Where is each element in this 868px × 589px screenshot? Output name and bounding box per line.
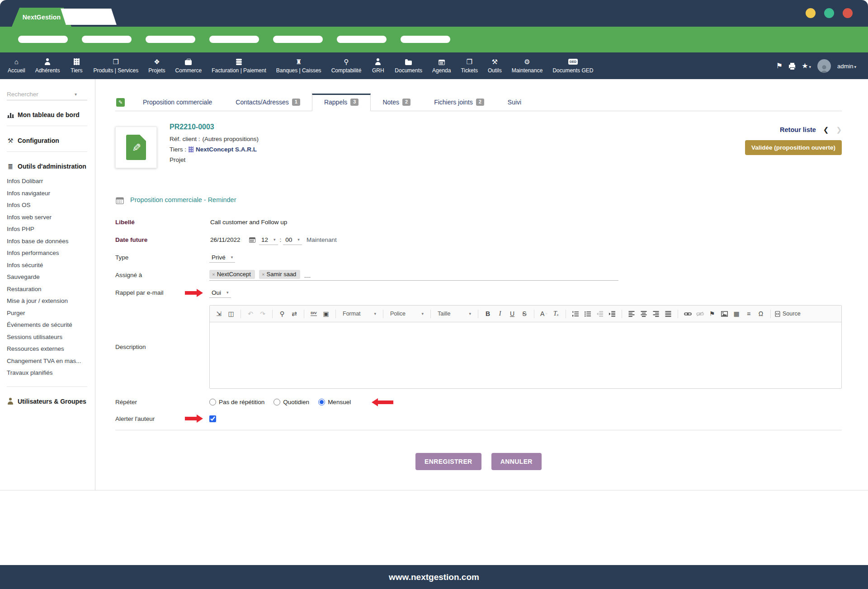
bullet-list-icon[interactable] xyxy=(582,309,593,319)
align-right-icon[interactable] xyxy=(651,309,661,319)
anchor-flag-icon[interactable]: ⚑ xyxy=(707,309,717,319)
libelle-input[interactable] xyxy=(209,217,719,227)
sidebar-item-restauration[interactable]: Restauration xyxy=(7,283,90,296)
font-dropdown[interactable]: Police▾ xyxy=(387,310,426,318)
radio-input[interactable] xyxy=(209,399,216,405)
link-icon[interactable] xyxy=(682,309,693,319)
preview-icon[interactable]: ◫ xyxy=(226,309,236,319)
strikethrough-icon[interactable]: S xyxy=(519,309,530,319)
nav-outils[interactable]: ⚒ Outils xyxy=(483,52,507,79)
assignee-input[interactable] xyxy=(304,277,311,278)
sidebar-item-configuration[interactable]: ⚒ Configuration xyxy=(7,137,90,144)
save-button[interactable]: ENREGISTRER xyxy=(415,453,481,470)
special-char-icon[interactable]: Ω xyxy=(755,309,766,319)
nav-tiers[interactable]: Tiers xyxy=(65,52,88,79)
radio-pas-de-repetition[interactable]: Pas de répétition xyxy=(209,399,264,405)
date-input[interactable] xyxy=(209,235,246,245)
radio-input[interactable] xyxy=(274,399,280,405)
email-reminder-select[interactable]: Oui▾ xyxy=(209,288,231,298)
format-dropdown[interactable]: Format▾ xyxy=(340,310,379,318)
radio-mensuel[interactable]: Mensuel xyxy=(318,399,351,405)
sidebar-item-mise-a-jour[interactable]: Mise à jour / extension xyxy=(7,295,90,307)
radio-input[interactable] xyxy=(318,399,325,405)
sidebar-item-sauvegarde[interactable]: Sauvegarde xyxy=(7,271,90,283)
nav-documents[interactable]: Documents xyxy=(390,52,427,79)
flag-icon[interactable]: ⚑ xyxy=(776,61,783,70)
indent-icon[interactable] xyxy=(607,309,618,319)
sidebar-item-dashboard[interactable]: Mon tableau de bord xyxy=(7,111,90,118)
nav-accueil[interactable]: ⌂ Accueil xyxy=(3,52,30,79)
minute-select[interactable]: 00▾ xyxy=(283,235,302,245)
sidebar-item-infos-performances[interactable]: Infos performances xyxy=(7,247,90,259)
nav-tickets[interactable]: ❐ Tickets xyxy=(456,52,483,79)
nav-projets[interactable]: ❖ Projets xyxy=(143,52,170,79)
replace-icon[interactable]: ⇄ xyxy=(289,309,300,319)
back-to-list-link[interactable]: Retour liste xyxy=(780,126,816,133)
justify-icon[interactable] xyxy=(663,309,674,319)
tab-suivi[interactable]: Suivi xyxy=(496,94,533,111)
previous-record-button[interactable]: ❮ xyxy=(823,126,829,134)
image-icon[interactable] xyxy=(719,309,730,319)
sidebar-item-users-groups[interactable]: Utilisateurs & Groupes xyxy=(7,398,90,405)
nav-comptabilite[interactable]: ⚲ Comptabilité xyxy=(326,52,367,79)
align-center-icon[interactable] xyxy=(638,309,649,319)
cancel-button[interactable]: ANNULER xyxy=(491,453,542,470)
sidebar-item-infos-dolibarr[interactable]: Infos Dolibarr xyxy=(7,175,90,188)
tiers-link[interactable]: NextConcept S.A.R.L xyxy=(196,144,257,155)
find-icon[interactable]: ⚲ xyxy=(277,309,288,319)
nav-maintenance[interactable]: ⚙ Maintenance xyxy=(507,52,548,79)
nav-documents-ged[interactable]: GED Documents GED xyxy=(547,52,598,79)
sidebar-item-infos-securite[interactable]: Infos sécurité xyxy=(7,259,90,272)
now-link[interactable]: Maintenant xyxy=(307,236,337,243)
tab-contacts-adresses[interactable]: Contacts/Adresses1 xyxy=(224,94,312,111)
maximize-button[interactable] xyxy=(824,8,834,18)
tab-notes[interactable]: Notes2 xyxy=(371,94,422,111)
minimize-button[interactable] xyxy=(806,8,816,18)
sidebar-item-infos-bdd[interactable]: Infos base de données xyxy=(7,236,90,248)
align-left-icon[interactable] xyxy=(626,309,637,319)
sidebar-item-infos-php[interactable]: Infos PHP xyxy=(7,223,90,236)
remove-tag-icon[interactable]: × xyxy=(212,272,215,277)
sidebar-item-travaux-planifies[interactable]: Travaux planifiés xyxy=(7,367,90,379)
sidebar-item-evenements-securite[interactable]: Événements de sécurité xyxy=(7,319,90,331)
sidebar-item-infos-web-server[interactable]: Infos web server xyxy=(7,212,90,224)
show-blocks-icon[interactable]: ▣ xyxy=(321,309,331,319)
chevron-down-icon[interactable]: ▾ xyxy=(75,92,77,97)
document-ref[interactable]: PR2210-0003 xyxy=(170,123,259,131)
nav-adherents[interactable]: Adhérents xyxy=(30,52,65,79)
nav-produits-services[interactable]: ❒ Produits | Services xyxy=(88,52,143,79)
sidebar-item-changement-tva[interactable]: Changement TVA en mas... xyxy=(7,355,90,368)
table-icon[interactable]: ▦ xyxy=(731,309,742,319)
sidebar-item-infos-os[interactable]: Infos OS xyxy=(7,199,90,212)
nav-agenda[interactable]: Agenda xyxy=(427,52,456,79)
description-textarea[interactable] xyxy=(210,322,841,388)
sidebar-item-purger[interactable]: Purger xyxy=(7,307,90,320)
tab-proposition-commerciale[interactable]: Proposition commerciale xyxy=(131,94,224,111)
assignee-tags[interactable]: ×NextConcept ×Samir saad xyxy=(209,270,618,281)
avatar[interactable] xyxy=(817,59,831,73)
radio-quotidien[interactable]: Quotidien xyxy=(274,399,309,405)
sidebar-item-infos-navigateur[interactable]: Infos navigateur xyxy=(7,188,90,200)
bold-icon[interactable]: B xyxy=(482,309,493,319)
create-div-icon[interactable]: DIV xyxy=(308,309,319,319)
underline-icon[interactable]: U xyxy=(507,309,518,319)
user-menu[interactable]: admin▾ xyxy=(837,62,856,70)
nav-banques[interactable]: ♜ Banques | Caisses xyxy=(271,52,326,79)
size-dropdown[interactable]: Taille▾ xyxy=(435,310,474,318)
search-input[interactable] xyxy=(7,91,75,98)
sidebar-item-ressources-externes[interactable]: Ressources externes xyxy=(7,343,90,355)
sidebar-item-admin-tools[interactable]: ≣ Outils d'administration xyxy=(7,163,90,170)
source-button[interactable]: Source xyxy=(775,311,801,317)
hour-select[interactable]: 12▾ xyxy=(259,235,278,245)
nav-commerce[interactable]: Commerce xyxy=(170,52,207,79)
text-color-icon[interactable]: A▾ xyxy=(538,309,549,319)
nav-grh[interactable]: GRH xyxy=(366,52,390,79)
bookmark-star-button[interactable]: ★▾ xyxy=(802,61,811,70)
nav-facturation[interactable]: Facturation | Paiement xyxy=(207,52,271,79)
tab-rappels[interactable]: Rappels3 xyxy=(312,94,371,111)
remove-format-icon[interactable]: Tₓ xyxy=(551,309,561,319)
italic-icon[interactable]: I xyxy=(495,309,505,319)
close-button[interactable] xyxy=(843,8,853,18)
type-select[interactable]: Privé▾ xyxy=(209,253,235,263)
ordered-list-icon[interactable] xyxy=(570,309,581,319)
